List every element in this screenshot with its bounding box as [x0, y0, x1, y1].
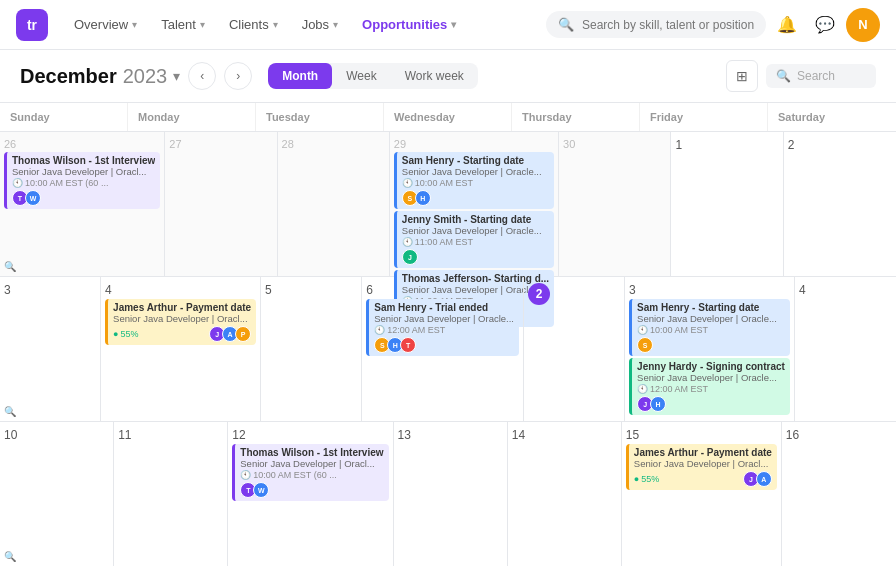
event-title: Thomas Wilson - 1st Interview: [240, 447, 383, 458]
day-nov28: 28: [278, 132, 390, 276]
search-label: Search: [797, 69, 835, 83]
event-subtitle: Senior Java Developer | Oracl...: [113, 313, 251, 324]
day-number: 13: [398, 428, 503, 442]
event-title: Jenny Smith - Starting date: [402, 214, 549, 225]
global-search: 🔍: [546, 11, 766, 38]
day-number: 29: [394, 138, 554, 150]
event-subtitle: Senior Java Developer | Oracl...: [634, 458, 772, 469]
event-title: James Arthur - Payment date: [634, 447, 772, 458]
cal-prev-btn[interactable]: ‹: [188, 62, 216, 90]
day-dec13: 13: [394, 422, 508, 566]
day-number: 12: [232, 428, 388, 442]
event-time: 🕙 10:00 AM EST: [637, 325, 785, 335]
weekday-friday: Friday: [640, 103, 768, 131]
day-dec05: 5: [261, 277, 362, 421]
day-number: 14: [512, 428, 617, 442]
chevron-down-icon: ▾: [333, 19, 338, 30]
cal-next-btn[interactable]: ›: [224, 62, 252, 90]
day-nov30: 30: [559, 132, 671, 276]
day-number: 11: [118, 428, 223, 442]
filter-icon: ⊞: [736, 68, 748, 84]
day-number: 6: [366, 283, 519, 297]
event-avatars: T W: [12, 190, 155, 206]
day-dec14: 14: [508, 422, 622, 566]
zoom-icon-2[interactable]: 🔍: [4, 406, 16, 417]
day-number: 2: [788, 138, 892, 152]
tab-work-week[interactable]: Work week: [391, 63, 478, 89]
event-subtitle: Senior Java Developer | Oracle...: [374, 313, 514, 324]
day-nov27: 27: [165, 132, 277, 276]
nav-item-talent[interactable]: Talent ▾: [151, 11, 215, 38]
event-title: Sam Henry - Starting date: [637, 302, 785, 313]
day-dec04: 4 James Arthur - Payment date Senior Jav…: [101, 277, 261, 421]
global-search-input[interactable]: [582, 18, 754, 32]
nav-item-jobs[interactable]: Jobs ▾: [292, 11, 348, 38]
event-sam-henry-starting[interactable]: Sam Henry - Starting date Senior Java De…: [394, 152, 554, 209]
day-dec08: 3 Sam Henry - Starting date Senior Java …: [625, 277, 795, 421]
month-label: December: [20, 65, 117, 88]
chevron-down-icon[interactable]: ▾: [173, 68, 180, 84]
message-btn[interactable]: 💬: [808, 8, 842, 42]
day-dec11: 11: [114, 422, 228, 566]
day-dec07-today: 2: [524, 277, 625, 421]
clock-icon: 🕙: [240, 470, 251, 480]
event-james-arthur-payment[interactable]: James Arthur - Payment date Senior Java …: [105, 299, 256, 345]
day-number: 10: [4, 428, 109, 442]
tab-month[interactable]: Month: [268, 63, 332, 89]
zoom-icon-3[interactable]: 🔍: [4, 551, 16, 562]
week-row-2: 12 3 🔍 4 James Arthur - Payment date Sen…: [0, 277, 896, 422]
badge-icon: ●: [634, 474, 639, 484]
search-icon: 🔍: [776, 69, 791, 83]
event-thomas-wilson-1[interactable]: Thomas Wilson - 1st Interview Senior Jav…: [4, 152, 160, 209]
event-subtitle: Senior Java Developer | Oracle...: [637, 313, 785, 324]
nav-item-overview[interactable]: Overview ▾: [64, 11, 147, 38]
day-number: 30: [563, 138, 666, 150]
weekday-sunday: Sunday: [0, 103, 128, 131]
day-dec09: 4: [795, 277, 896, 421]
event-title: Sam Henry - Starting date: [402, 155, 549, 166]
event-thomas-wilson-interview-2[interactable]: Thomas Wilson - 1st Interview Senior Jav…: [232, 444, 388, 501]
day-number: 4: [799, 283, 892, 297]
day-number: 15: [626, 428, 777, 442]
event-james-arthur-payment-2[interactable]: James Arthur - Payment date Senior Java …: [626, 444, 777, 490]
year-label: 2023: [123, 65, 168, 88]
filter-btn[interactable]: ⊞: [726, 60, 758, 92]
tab-week[interactable]: Week: [332, 63, 390, 89]
clock-icon: 🕙: [637, 384, 648, 394]
logo[interactable]: tr: [16, 9, 48, 41]
nav-item-opportunities[interactable]: Opportunities ▾: [352, 11, 466, 38]
day-dec01: 1: [671, 132, 783, 276]
event-subtitle: Senior Java Developer | Oracl...: [240, 458, 383, 469]
day-nov26: 26 Thomas Wilson - 1st Interview Senior …: [0, 132, 165, 276]
search-icon: 🔍: [558, 17, 574, 32]
event-time: 🕙 10:00 AM EST (60 ...: [240, 470, 383, 480]
day-number: 4: [105, 283, 256, 297]
event-time: 🕙 11:00 AM EST: [402, 237, 549, 247]
day-number: 1: [675, 138, 778, 152]
event-avatars: S H: [402, 190, 549, 206]
week-row-1: 26 Thomas Wilson - 1st Interview Senior …: [0, 132, 896, 277]
user-avatar[interactable]: N: [846, 8, 880, 42]
event-title: Jenny Hardy - Signing contract: [637, 361, 785, 372]
event-sam-henry-trial[interactable]: Sam Henry - Trial ended Senior Java Deve…: [366, 299, 519, 356]
event-title: Sam Henry - Trial ended: [374, 302, 514, 313]
today-number: 2: [528, 283, 620, 305]
nav-item-clients[interactable]: Clients ▾: [219, 11, 288, 38]
event-subtitle: Senior Java Developer | Oracle...: [402, 225, 549, 236]
day-dec12: 12 Thomas Wilson - 1st Interview Senior …: [228, 422, 393, 566]
event-title: Thomas Wilson - 1st Interview: [12, 155, 155, 166]
chevron-down-icon: ▾: [200, 19, 205, 30]
weekday-monday: Monday: [128, 103, 256, 131]
clock-icon: 🕙: [402, 178, 413, 188]
event-jenny-hardy-signing[interactable]: Jenny Hardy - Signing contract Senior Ja…: [629, 358, 790, 415]
notification-btn[interactable]: 🔔: [770, 8, 804, 42]
event-jenny-smith-starting[interactable]: Jenny Smith - Starting date Senior Java …: [394, 211, 554, 268]
event-subtitle: Senior Java Developer | Oracle...: [637, 372, 785, 383]
calendar-header: December 2023 ▾ ‹ › Month Week Work week…: [0, 50, 896, 103]
day-number: 3: [4, 283, 96, 297]
event-title: James Arthur - Payment date: [113, 302, 251, 313]
event-sam-henry-starting-2[interactable]: Sam Henry - Starting date Senior Java De…: [629, 299, 790, 356]
zoom-icon-1[interactable]: 🔍: [4, 261, 16, 272]
event-time: 🕙 10:00 AM EST (60 ...: [12, 178, 155, 188]
clock-icon: 🕙: [402, 237, 413, 247]
